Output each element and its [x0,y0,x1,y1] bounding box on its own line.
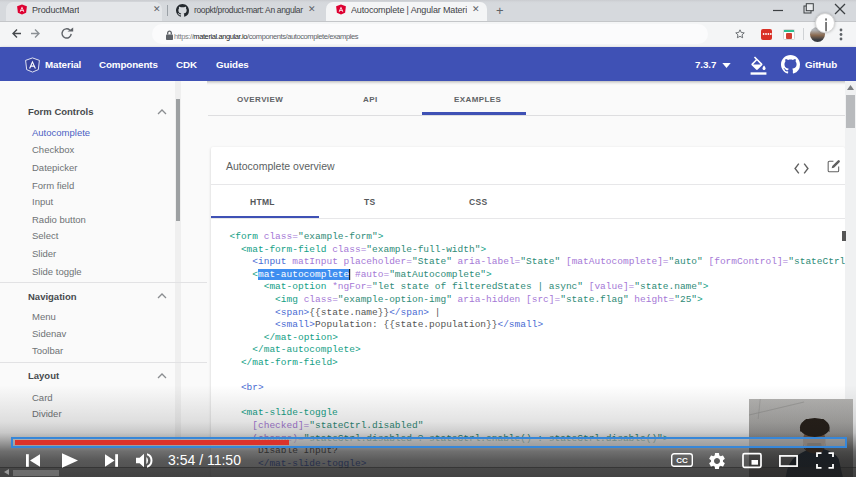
svg-text:CC: CC [676,456,688,465]
